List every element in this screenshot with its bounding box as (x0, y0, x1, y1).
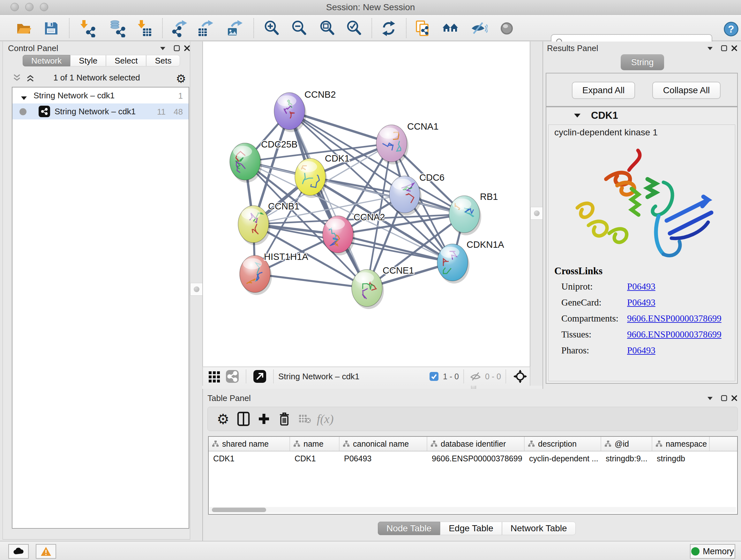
network-row[interactable]: String Network – cdk1 11 48 (12, 104, 189, 119)
warning-status-button[interactable] (36, 544, 56, 559)
network-node-CDKN1A[interactable]: CDKN1A (437, 240, 504, 284)
column-header-namespace[interactable]: namespace (652, 437, 710, 451)
crosslink-link[interactable]: 9606.ENSP00000378699 (627, 313, 722, 323)
help-button[interactable]: ? (722, 20, 740, 38)
crosslink-link[interactable]: P06493 (627, 345, 656, 355)
network-node-CCNE1[interactable]: CCNE1 (352, 265, 414, 309)
table-panel-menu-icon[interactable] (705, 393, 715, 403)
network-collection-row[interactable]: String Network – cdk1 1 (12, 87, 189, 104)
table-cell[interactable]: cyclin-dependent ... (525, 451, 601, 465)
tab-style[interactable]: Style (70, 55, 106, 66)
table-hscrollbar-thumb[interactable] (212, 508, 266, 512)
zoom-out-icon[interactable] (290, 19, 309, 38)
zoom-selected-icon[interactable] (345, 19, 363, 38)
results-panel-menu-icon[interactable] (705, 44, 715, 53)
zoom-fit-icon[interactable] (318, 19, 337, 38)
network-thumbnail-icon[interactable] (223, 368, 241, 385)
node-name: CDK1 (591, 110, 618, 121)
export-network-icon[interactable] (171, 19, 189, 38)
refresh-view-icon[interactable] (380, 19, 398, 38)
control-panel-close-icon[interactable] (182, 44, 192, 53)
column-header-description[interactable]: description (525, 437, 601, 451)
save-session-icon[interactable] (42, 19, 60, 38)
node-section-collapse-icon[interactable] (574, 113, 581, 119)
crosslink-row: Tissues:9606.ENSP00000378699 (554, 329, 722, 340)
collection-expand-icon[interactable] (21, 92, 27, 103)
open-session-icon[interactable] (14, 19, 33, 38)
node-label-CDC25B: CDC25B (261, 139, 297, 149)
hide-selected-icon[interactable] (469, 19, 488, 38)
right-splitter[interactable] (531, 42, 542, 389)
tab-string[interactable]: String (621, 54, 664, 70)
table-settings-gear-icon[interactable]: ⚙ (213, 411, 233, 427)
show-columns-icon[interactable] (233, 411, 254, 427)
table-panel-title: Table Panel (207, 393, 251, 403)
collapse-all-button[interactable]: Collapse All (652, 82, 721, 99)
network-node-HIST1H1A[interactable]: HIST1H1A (240, 252, 308, 295)
control-panel-float-icon[interactable] (172, 44, 182, 53)
tab-network[interactable]: Network (23, 55, 70, 66)
control-panel-menu-icon[interactable] (158, 44, 167, 53)
network-view-toolbar: String Network – cdk1 1 - 0 0 - 0 (202, 367, 530, 386)
memory-label: Memory (703, 547, 734, 557)
table-panel-close-icon[interactable] (730, 393, 739, 403)
tab-select[interactable]: Select (106, 55, 146, 66)
network-node-RB1[interactable]: RB1 (449, 192, 498, 235)
column-header-shared-name[interactable]: shared name (209, 437, 290, 451)
table-cell[interactable]: P06493 (340, 451, 427, 465)
column-header-canonical-name[interactable]: canonical name (340, 437, 427, 451)
clone-network-icon[interactable] (413, 19, 432, 38)
tab-network-table[interactable]: Network Table (502, 522, 576, 535)
table-cell[interactable]: CDK1 (290, 451, 340, 465)
node-label-CCNA2: CCNA2 (354, 212, 385, 222)
right-splitter-grip[interactable] (530, 207, 543, 220)
left-splitter-grip[interactable] (190, 283, 203, 296)
results-panel-float-icon[interactable] (719, 44, 729, 53)
table-panel-float-icon[interactable] (719, 393, 729, 403)
zoom-in-icon[interactable] (263, 19, 281, 38)
column-header-database-identifier[interactable]: database identifier (427, 437, 525, 451)
node-table[interactable]: shared namenamecanonical namedatabase id… (208, 436, 738, 515)
tab-sets[interactable]: Sets (146, 55, 180, 66)
network-canvas[interactable]: CCNB2 CCNA1 CDC25B CDK1 CDC6 RB1 CCNB1 C… (202, 42, 530, 367)
table-hscrollbar[interactable] (209, 507, 736, 513)
first-neighbors-icon[interactable] (441, 19, 460, 38)
import-network-database-icon[interactable] (108, 19, 126, 38)
birdseye-view-icon[interactable] (511, 368, 530, 385)
crosslink-link[interactable]: P06493 (627, 281, 656, 292)
results-panel-close-icon[interactable] (730, 44, 739, 53)
table-row[interactable]: CDK1CDK1P064939606.ENSP00000378699cyclin… (209, 451, 737, 465)
node-section-header[interactable]: CDK1 (546, 107, 737, 124)
crosslink-link[interactable]: P06493 (627, 297, 656, 307)
delete-column-icon[interactable] (274, 411, 294, 427)
table-cell[interactable]: 9606.ENSP00000378699 (427, 451, 525, 465)
node-label-HIST1H1A: HIST1H1A (264, 252, 308, 262)
export-image-icon[interactable] (226, 19, 245, 38)
memory-button[interactable]: Memory (690, 544, 735, 559)
import-table-file-icon[interactable] (135, 19, 153, 38)
titlebar: Session: New Session (0, 0, 741, 15)
tab-node-table[interactable]: Node Table (378, 522, 440, 535)
table-cell[interactable]: stringdb (652, 451, 710, 465)
cloud-status-button[interactable] (8, 544, 29, 559)
network-node-CDC6[interactable]: CDC6 (389, 172, 445, 215)
left-splitter[interactable] (191, 42, 202, 541)
crosslink-link[interactable]: 9606.ENSP00000378699 (627, 329, 722, 339)
network-node-CDK1[interactable]: CDK1 (295, 153, 349, 198)
column-header--id[interactable]: @id (601, 437, 652, 451)
grid-view-icon[interactable] (205, 368, 223, 385)
table-cell[interactable]: stringdb:9... (601, 451, 652, 465)
tab-edge-table[interactable]: Edge Table (440, 522, 502, 535)
selected-checkbox-icon[interactable] (428, 368, 441, 385)
export-table-icon[interactable] (197, 19, 215, 38)
table-cell[interactable]: CDK1 (209, 451, 290, 465)
expand-all-button[interactable]: Expand All (572, 82, 635, 99)
import-network-file-icon[interactable] (77, 19, 96, 38)
open-in-window-icon[interactable] (251, 368, 269, 385)
toolbar-separator (372, 18, 372, 38)
network-options-gear-icon[interactable]: ⚙ (176, 72, 186, 85)
network-graph[interactable]: CCNB2 CCNA1 CDC25B CDK1 CDC6 RB1 CCNB1 C… (203, 42, 531, 367)
add-column-icon[interactable] (254, 411, 274, 427)
crosslink-label: Tissues: (554, 329, 627, 340)
column-header-name[interactable]: name (290, 437, 340, 451)
